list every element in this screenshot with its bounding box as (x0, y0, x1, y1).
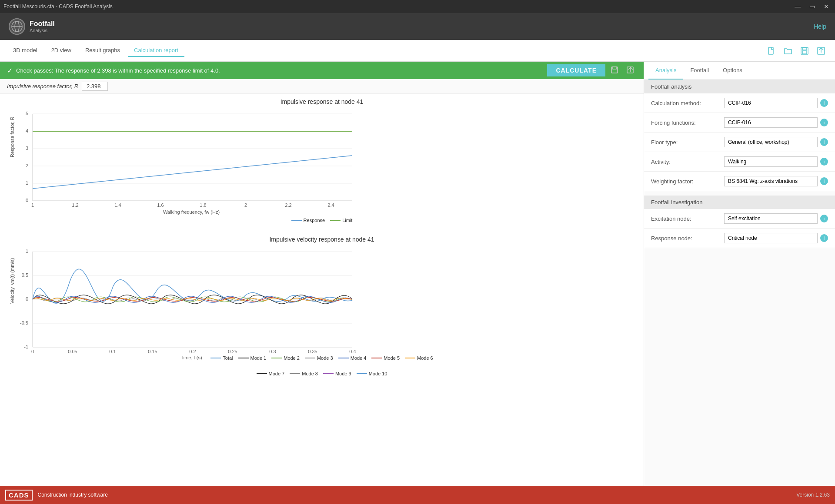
help-link[interactable]: Help (814, 23, 826, 30)
right-tabs: Analysis Footfall Options (644, 62, 835, 80)
svg-text:5: 5 (26, 111, 28, 116)
svg-text:1.4: 1.4 (114, 202, 121, 208)
svg-text:0: 0 (26, 296, 28, 302)
legend-mode5: Mode 5 (371, 355, 400, 361)
legend-response: Response (291, 218, 325, 223)
svg-text:4: 4 (26, 128, 28, 133)
excitation-node-value-wrap: Self excitation i (724, 213, 828, 224)
svg-text:Velocity, vm(t) (mm/s): Velocity, vm(t) (mm/s) (10, 258, 15, 304)
maximize-button[interactable]: ▭ (807, 2, 818, 11)
svg-rect-3 (768, 47, 773, 54)
forcing-fn-label: Forcing functions: (651, 119, 721, 126)
calculate-button[interactable]: CALCULATE (547, 64, 605, 76)
titlebar: Footfall Mescouris.cfa - CADS Footfall A… (0, 0, 835, 13)
svg-text:1.2: 1.2 (72, 202, 78, 208)
excitation-node-select[interactable]: Self excitation (724, 213, 818, 224)
forcing-fn-select[interactable]: CCIP-016 (724, 117, 818, 128)
excitation-node-info-icon[interactable]: i (820, 215, 828, 222)
svg-text:Response factor, R: Response factor, R (10, 116, 15, 157)
svg-text:-1: -1 (24, 344, 28, 349)
svg-text:0.4: 0.4 (349, 349, 356, 354)
svg-text:Time, t (s): Time, t (s) (180, 355, 202, 360)
svg-line-37 (33, 156, 352, 189)
svg-text:1: 1 (26, 249, 28, 254)
calc-method-select[interactable]: CCIP-016 (724, 98, 818, 108)
open-file-icon[interactable] (781, 44, 795, 58)
right-content: Footfall analysis Calculation method: CC… (644, 80, 835, 486)
field-floor-type: Floor type: General (office, workshop) i (644, 133, 835, 152)
tab-options[interactable]: Options (716, 62, 749, 80)
svg-rect-6 (802, 51, 807, 54)
tab-analysis[interactable]: Analysis (648, 62, 683, 80)
field-excitation-node: Excitation node: Self excitation i (644, 209, 835, 229)
tab-2d-view[interactable]: 2D view (45, 44, 77, 57)
app-subtitle: Analysis (30, 28, 55, 33)
tab-calculation-report[interactable]: Calculation report (128, 44, 184, 57)
cads-logo: CADS (5, 490, 33, 501)
field-forcing-functions: Forcing functions: CCIP-016 i (644, 113, 835, 133)
excitation-node-label: Excitation node: (651, 216, 721, 222)
status-bar: ✓ Check passes: The response of 2.398 is… (0, 62, 644, 79)
activity-select[interactable]: Walking (724, 156, 818, 167)
content-area: ✓ Check passes: The response of 2.398 is… (0, 62, 644, 486)
minimize-button[interactable]: — (792, 2, 803, 11)
forcing-fn-info-icon[interactable]: i (820, 119, 828, 126)
main-area: ✓ Check passes: The response of 2.398 is… (0, 62, 835, 486)
floor-type-select[interactable]: General (office, workshop) (724, 137, 818, 147)
titlebar-controls: — ▭ ✕ (792, 2, 832, 11)
legend-mode6: Mode 6 (405, 355, 433, 361)
floor-type-value-wrap: General (office, workshop) i (724, 137, 828, 147)
legend-mode8: Mode 8 (290, 371, 318, 376)
export-icon[interactable] (814, 44, 828, 58)
svg-rect-9 (611, 67, 618, 73)
legend-total: Total (210, 355, 233, 361)
svg-text:0.35: 0.35 (308, 349, 317, 354)
response-node-select[interactable]: Critical node (724, 233, 818, 243)
tab-3d-model[interactable]: 3D model (7, 44, 43, 57)
svg-text:0.15: 0.15 (148, 349, 157, 354)
svg-text:Walking frequency, fw (Hz): Walking frequency, fw (Hz) (163, 209, 220, 215)
svg-text:2.2: 2.2 (285, 202, 291, 208)
toolbar-icon-group (765, 44, 828, 58)
tab-result-graphs[interactable]: Result graphs (79, 44, 126, 57)
new-file-icon[interactable] (765, 44, 778, 58)
chart2-title: Impulsive velocity response at node 41 (9, 236, 635, 243)
response-node-info-icon[interactable]: i (820, 234, 828, 242)
svg-text:2: 2 (244, 202, 247, 208)
svg-text:0.3: 0.3 (269, 349, 276, 354)
logo-text-area: Footfall Analysis (30, 20, 55, 33)
chart1-legend: Response Limit (9, 218, 635, 223)
chart2-wrap: 1 0.5 0 -0.5 -1 Velocity, vm(t) (mm/s) 0… (9, 247, 635, 353)
response-factor-value: 2.398 (82, 82, 108, 91)
calc-method-label: Calculation method: (651, 100, 721, 106)
status-message: Check passes: The response of 2.398 is w… (16, 67, 220, 74)
calc-method-info-icon[interactable]: i (820, 99, 828, 107)
status-save-icon[interactable] (609, 64, 621, 76)
close-button[interactable]: ✕ (821, 2, 832, 11)
activity-value-wrap: Walking i (724, 156, 828, 167)
activity-info-icon[interactable]: i (820, 158, 828, 166)
legend-mode2: Mode 2 (271, 355, 300, 361)
svg-text:0.05: 0.05 (68, 349, 77, 354)
svg-text:1: 1 (31, 202, 34, 208)
toolbar: 3D model 2D view Result graphs Calculati… (0, 40, 835, 62)
footer-text: Construction industry software (38, 492, 108, 498)
tab-footfall[interactable]: Footfall (683, 62, 716, 80)
svg-text:2.4: 2.4 (327, 202, 334, 208)
titlebar-title: Footfall Mescouris.cfa - CADS Footfall A… (3, 3, 113, 10)
svg-text:2: 2 (26, 163, 28, 168)
chart2-svg: 1 0.5 0 -0.5 -1 Velocity, vm(t) (mm/s) 0… (9, 247, 365, 351)
charts-area[interactable]: Impulsive response at node 41 0 (0, 94, 644, 486)
response-node-value-wrap: Critical node i (724, 233, 828, 243)
weighting-select[interactable]: BS 6841 Wg: z-axis vibrations (724, 176, 818, 186)
weighting-info-icon[interactable]: i (820, 177, 828, 185)
svg-text:3: 3 (26, 146, 28, 151)
chart1-svg: 0 1 2 3 4 5 Response factor, R 1 1.2 1.4 (9, 109, 365, 214)
weighting-label: Weighting factor: (651, 178, 721, 185)
save-icon[interactable] (798, 44, 812, 58)
field-response-node: Response node: Critical node i (644, 229, 835, 248)
floor-type-info-icon[interactable]: i (820, 138, 828, 146)
status-export-icon[interactable] (625, 64, 637, 76)
chart2-legend: Total Mode 1 Mode 2 Mode 3 Mode 4 Mode 5… (9, 355, 635, 376)
legend-response-label: Response (304, 218, 325, 223)
